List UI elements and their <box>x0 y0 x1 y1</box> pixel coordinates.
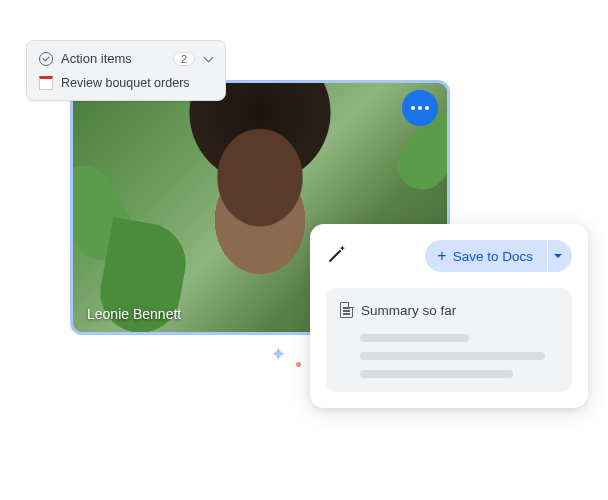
summary-placeholder-line <box>360 334 469 342</box>
sparkle-dot-decoration <box>296 362 301 367</box>
action-items-panel: Action items 2 Review bouquet orders <box>26 40 226 101</box>
action-item-text: Review bouquet orders <box>61 76 190 90</box>
check-circle-icon <box>39 52 53 66</box>
save-button-label: Save to Docs <box>453 249 533 264</box>
participant-name-label: Leonie Bennett <box>87 306 181 322</box>
summary-body: Summary so far <box>326 288 572 392</box>
action-items-count-badge: 2 <box>173 52 195 66</box>
chevron-down-icon <box>203 54 213 64</box>
summary-placeholder-line <box>360 352 545 360</box>
sparkle-decoration-icon: ✦ <box>270 342 287 366</box>
summary-panel-header: + Save to Docs <box>326 240 572 272</box>
summary-panel: + Save to Docs Summary so far <box>310 224 588 408</box>
more-options-button[interactable] <box>402 90 438 126</box>
calendar-icon <box>39 76 53 90</box>
save-to-docs-button[interactable]: + Save to Docs <box>425 240 547 272</box>
magic-wand-icon <box>326 247 344 265</box>
action-items-header[interactable]: Action items 2 <box>39 51 213 66</box>
action-items-title: Action items <box>61 51 165 66</box>
plus-icon: + <box>437 248 446 264</box>
summary-placeholder-line <box>360 370 513 378</box>
summary-title-row: Summary so far <box>340 302 558 318</box>
save-to-docs-group: + Save to Docs <box>425 240 572 272</box>
document-icon <box>340 302 353 318</box>
more-icon <box>411 106 415 110</box>
save-dropdown-button[interactable] <box>548 240 572 272</box>
action-item-row[interactable]: Review bouquet orders <box>39 76 213 90</box>
summary-title: Summary so far <box>361 303 456 318</box>
